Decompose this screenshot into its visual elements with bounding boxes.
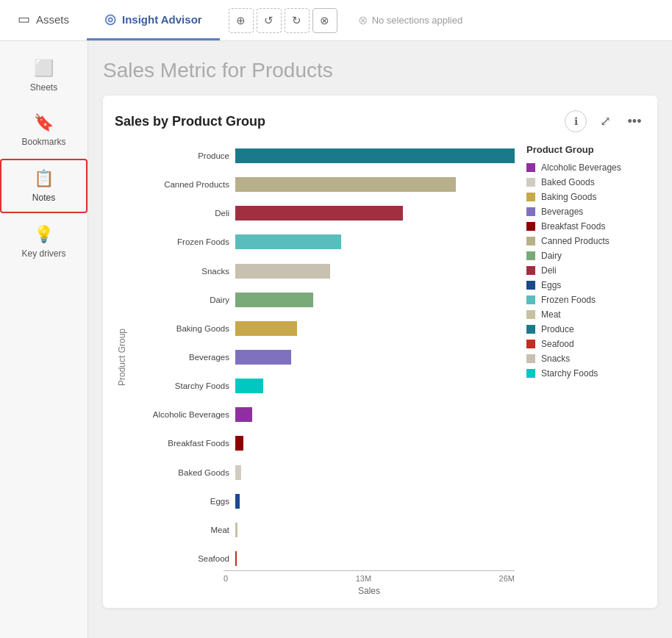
- legend-item-label: Seafood: [541, 339, 574, 349]
- bookmarks-icon: 🔖: [34, 113, 54, 132]
- x-tick-13m: 13M: [356, 574, 371, 583]
- bar-fill[interactable]: [235, 407, 252, 422]
- info-button[interactable]: ℹ: [565, 110, 587, 132]
- sidebar-sheets-label: Sheets: [30, 82, 57, 93]
- expand-button[interactable]: ⤢: [594, 110, 616, 132]
- legend-item: Canned Products: [526, 236, 662, 246]
- bar-fill[interactable]: [235, 436, 243, 451]
- legend-item-label: Beverages: [541, 207, 583, 217]
- legend-item-label: Deli: [541, 265, 557, 276]
- chart-area: Product Group Produce Canned Products De…: [115, 144, 646, 596]
- sidebar-notes-label: Notes: [32, 193, 55, 203]
- legend-color-swatch: [526, 207, 535, 216]
- bar-row: Alcoholic Beverages: [132, 403, 515, 426]
- legend-item: Baked Goods: [526, 177, 662, 187]
- bar-row: Breakfast Foods: [132, 431, 515, 455]
- bar-label: Frozen Foods: [132, 237, 235, 246]
- x-axis-label: Sales: [224, 586, 515, 596]
- search-icon-btn[interactable]: ⊕: [229, 8, 254, 33]
- bar-chart-container: Product Group Produce Canned Products De…: [115, 144, 515, 596]
- sidebar-item-notes[interactable]: 📋 Notes: [0, 159, 87, 213]
- bar-fill[interactable]: [235, 350, 291, 365]
- legend-items: Alcoholic Beverages Baked Goods Baking G…: [526, 162, 662, 379]
- no-selections-text: No selections applied: [372, 15, 463, 26]
- bar-row: Produce: [132, 144, 515, 168]
- legend-color-swatch: [526, 251, 535, 260]
- sidebar-item-key-drivers[interactable]: 💡 Key drivers: [0, 216, 87, 268]
- legend-color-swatch: [526, 281, 535, 290]
- bar-label: Dairy: [132, 295, 235, 304]
- bar-fill[interactable]: [235, 321, 297, 336]
- bar-track: [235, 407, 515, 422]
- bar-label: Meat: [132, 526, 235, 534]
- bar-fill[interactable]: [235, 494, 240, 509]
- sidebar: ⬜ Sheets 🔖 Bookmarks 📋 Notes 💡 Key drive…: [0, 41, 88, 638]
- bar-row: Baked Goods: [132, 461, 515, 484]
- bar-fill[interactable]: [235, 293, 313, 307]
- legend-color-swatch: [526, 369, 535, 378]
- sidebar-item-sheets[interactable]: ⬜ Sheets: [0, 50, 87, 101]
- legend-color-swatch: [526, 193, 535, 201]
- legend-item-label: Meat: [541, 309, 561, 320]
- bar-fill[interactable]: [235, 177, 456, 192]
- redo-icon-btn[interactable]: ↻: [285, 8, 310, 33]
- sidebar-bookmarks-label: Bookmarks: [21, 137, 65, 147]
- undo-icon-btn[interactable]: ↺: [257, 8, 282, 33]
- bar-fill[interactable]: [235, 206, 403, 221]
- top-bar: ▭ Assets ◎ Insight Advisor ⊕ ↺ ↻ ⊗ ⊗ No …: [0, 0, 672, 41]
- legend-item: Produce: [526, 324, 662, 334]
- legend-item: Deli: [526, 265, 662, 276]
- bar-fill[interactable]: [235, 551, 237, 566]
- bar-fill[interactable]: [235, 148, 515, 163]
- legend-color-swatch: [526, 178, 535, 187]
- bars-area: Produce Canned Products Deli Frozen Food…: [132, 144, 515, 570]
- bar-label: Produce: [132, 151, 235, 160]
- more-button[interactable]: •••: [623, 110, 646, 132]
- legend-item: Alcoholic Beverages: [526, 162, 662, 173]
- legend-title: Product Group: [526, 144, 662, 155]
- legend-color-swatch: [526, 325, 535, 334]
- bar-row: Baking Goods: [132, 317, 515, 340]
- tab-insight-advisor[interactable]: ◎ Insight Advisor: [87, 0, 220, 40]
- legend-item: Baking Goods: [526, 192, 662, 202]
- bar-row: Starchy Foods: [132, 374, 515, 398]
- x-tick-0: 0: [224, 574, 228, 583]
- legend-color-swatch: [526, 354, 535, 363]
- bar-track: [235, 523, 515, 537]
- bar-chart-inner: Product Group Produce Canned Products De…: [115, 144, 515, 570]
- legend-item: Seafood: [526, 339, 662, 349]
- bar-row: Canned Products: [132, 173, 515, 196]
- bar-fill[interactable]: [235, 264, 330, 279]
- bar-row: Frozen Foods: [132, 230, 515, 254]
- bar-row: Snacks: [132, 259, 515, 283]
- bar-label: Deli: [132, 209, 235, 218]
- bar-label: Eggs: [132, 497, 235, 506]
- bar-track: [235, 350, 515, 365]
- bar-track: [235, 206, 515, 221]
- bar-fill[interactable]: [235, 379, 263, 393]
- legend-item-label: Baking Goods: [541, 192, 596, 202]
- stop-icon-btn[interactable]: ⊗: [312, 8, 337, 33]
- sidebar-item-bookmarks[interactable]: 🔖 Bookmarks: [0, 104, 87, 156]
- bar-fill[interactable]: [235, 523, 237, 537]
- legend-item: Breakfast Foods: [526, 221, 662, 232]
- tab-assets[interactable]: ▭ Assets: [0, 0, 87, 40]
- bar-track: [235, 234, 515, 249]
- sidebar-key-drivers-label: Key drivers: [21, 248, 65, 259]
- bar-label: Starchy Foods: [132, 381, 235, 390]
- legend: Product Group Alcoholic Beverages Baked …: [515, 144, 662, 596]
- bar-track: [235, 551, 515, 566]
- legend-item-label: Snacks: [541, 354, 570, 364]
- notes-icon: 📋: [34, 169, 54, 188]
- bar-track: [235, 177, 515, 192]
- y-axis-label: Product Group: [115, 144, 129, 570]
- legend-item-label: Canned Products: [541, 236, 610, 246]
- legend-item: Beverages: [526, 207, 662, 217]
- toolbar-icons: ⊕ ↺ ↻ ⊗: [220, 8, 346, 33]
- legend-item-label: Breakfast Foods: [541, 221, 605, 232]
- bar-fill[interactable]: [235, 465, 241, 480]
- legend-color-swatch: [526, 310, 535, 319]
- bar-fill[interactable]: [235, 234, 341, 249]
- bar-row: Dairy: [132, 288, 515, 312]
- bar-track: [235, 321, 515, 336]
